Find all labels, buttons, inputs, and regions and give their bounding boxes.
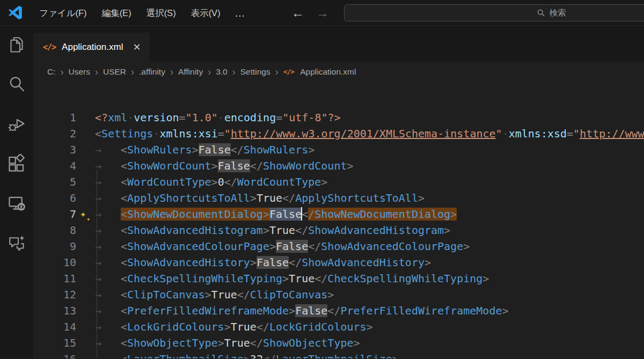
line-number: 3 [33, 142, 76, 158]
menu-item-0[interactable]: ファイル(F) [32, 0, 94, 26]
breadcrumb-item-0[interactable]: C: [47, 67, 56, 77]
code-line-13[interactable]: 13→<PreferFilledWireframeMode>False</Pre… [33, 303, 644, 319]
code-token: xml [108, 111, 127, 124]
tab-strip: </> Application.xml ✕ [33, 26, 644, 62]
code-token: encoding [224, 111, 276, 124]
code-line-10[interactable]: 10→<ShowAdvancedHistory>False</ShowAdvan… [33, 254, 644, 270]
menu-item-1[interactable]: 編集(E) [94, 0, 139, 26]
code-token: "1.0" [186, 111, 218, 124]
vscode-logo-icon [8, 5, 23, 20]
code-line-15[interactable]: 15→<ShowObjectType>True</ShowObjectType> [33, 335, 644, 351]
code-line-7[interactable]: 7✦✦→<ShowNewDocumentDialog>False</ShowNe… [33, 206, 644, 222]
overflow-menu-icon[interactable]: … [228, 0, 252, 26]
tab-close-icon[interactable]: ✕ [133, 41, 141, 53]
line-number: 10 [33, 254, 76, 270]
code-token: > [450, 208, 457, 221]
code-token: </ [224, 175, 237, 188]
breadcrumb-item-1[interactable]: Users [69, 67, 90, 77]
code-line-14[interactable]: 14→<LockGridColours>True</LockGridColour… [33, 319, 644, 335]
code-token: </ [295, 224, 308, 237]
menu-item-2[interactable]: 選択(S) [139, 0, 184, 26]
remote-explorer-icon[interactable] [6, 193, 27, 214]
code-token: > [250, 256, 257, 269]
explorer-icon[interactable] [6, 34, 27, 55]
code-line-16[interactable]: 16→<LayerThumbnailSize>32</LayerThumbnai… [33, 351, 644, 358]
breadcrumb-item-6[interactable]: Settings [240, 67, 270, 77]
xml-file-icon: </> [43, 42, 56, 52]
chat-icon[interactable] [6, 233, 27, 253]
line-number: 11 [33, 270, 76, 287]
code-token: > [502, 304, 508, 317]
breadcrumb-file[interactable]: Application.xml [300, 67, 356, 77]
sparkle-icon[interactable]: ✦ [80, 206, 86, 222]
gutter-decoration [76, 158, 95, 174]
code-token: False [218, 159, 250, 172]
code-token: </ [314, 272, 327, 285]
tab-whitespace-arrow: → [95, 190, 121, 206]
title-bar: ファイル(F)編集(E)選択(S)表示(V)… ← → 検索 [0, 0, 644, 26]
code-token: > [205, 288, 211, 301]
code-token: > [218, 336, 224, 349]
xml-file-icon: </> [283, 68, 294, 76]
code-line-2[interactable]: 2<Settings·xmlns:xsi="http://www.w3.org/… [33, 126, 644, 142]
back-arrow-button[interactable]: ← [291, 6, 304, 19]
line-number: 15 [33, 335, 76, 351]
search-icon[interactable] [6, 74, 27, 94]
code-token: 32 [250, 353, 263, 358]
breadcrumb-separator: › [131, 67, 134, 77]
code-token: ShowAdvancedColourPage [127, 240, 269, 253]
code-token: > [263, 208, 269, 221]
menu-bar: ファイル(F)編集(E)選択(S)表示(V)… [32, 0, 252, 26]
code-token: </ [250, 159, 263, 172]
code-token: ShowObjectType [127, 336, 218, 349]
code-line-4[interactable]: 4→<ShowWordCount>False</ShowWordCount> [33, 158, 644, 174]
menu-item-3[interactable]: 表示(V) [184, 0, 228, 26]
code-content: →<LockGridColours>True</LockGridColours> [95, 319, 373, 335]
code-token: True [257, 192, 282, 204]
code-token: ShowNewDocumentDialog [314, 208, 450, 221]
code-line-5[interactable]: 5→<WordCountType>0</WordCountType> [33, 174, 644, 190]
gutter-decoration [76, 109, 95, 126]
code-token: </ [327, 304, 340, 317]
breadcrumb-separator: › [275, 67, 279, 77]
forward-arrow-button[interactable]: → [316, 6, 329, 19]
line-number: 7 [33, 206, 76, 222]
code-line-11[interactable]: 11→<CheckSpellingWhileTyping>True</Check… [33, 270, 644, 287]
code-token: </ [289, 256, 302, 269]
gutter-decoration: ✦✦ [76, 206, 95, 222]
code-token: > [354, 336, 360, 349]
code-editor[interactable]: 1<?xml·version="1.0"·encoding="utf-8"?>2… [33, 82, 644, 358]
code-token: </ [231, 143, 244, 156]
breadcrumb-item-2[interactable]: USER [103, 67, 126, 77]
code-token: 0 [218, 175, 224, 188]
tab-application-xml[interactable]: </> Application.xml ✕ [33, 33, 150, 62]
code-token: ShowNewDocumentDialog [127, 208, 263, 221]
breadcrumb-separator: › [208, 67, 211, 77]
run-debug-icon[interactable] [6, 114, 27, 134]
code-line-1[interactable]: 1<?xml·version="1.0"·encoding="utf-8"?> [33, 109, 644, 126]
code-lines: 1<?xml·version="1.0"·encoding="utf-8"?>2… [33, 82, 644, 358]
extensions-icon[interactable] [6, 153, 27, 174]
command-center-search[interactable]: 検索 [344, 4, 644, 21]
code-line-6[interactable]: 6→<ApplyShortcutsToAll>True</ApplyShortc… [33, 190, 644, 206]
tab-whitespace-arrow: → [95, 319, 121, 335]
code-content: →<WordCountType>0</WordCountType> [95, 174, 327, 190]
code-token: </ [263, 353, 276, 358]
code-token: = [276, 111, 282, 124]
breadcrumb-item-5[interactable]: 3.0 [216, 67, 228, 77]
breadcrumb-item-4[interactable]: Affinity [178, 67, 203, 77]
code-line-9[interactable]: 9→<ShowAdvancedColourPage>False</ShowAdv… [33, 238, 644, 254]
code-token: True [224, 336, 250, 349]
code-line-12[interactable]: 12→<ClipToCanvas>True</ClipToCanvas> [33, 287, 644, 303]
code-line-3[interactable]: 3→<ShowRulers>False</ShowRulers> [33, 142, 644, 158]
code-content: →<ShowWordCount>False</ShowWordCount> [95, 158, 354, 174]
code-token: ShowWordCount [127, 159, 211, 172]
breadcrumb-item-3[interactable]: .affinity [139, 67, 165, 77]
gutter-decoration [76, 190, 95, 206]
code-token: > [367, 320, 373, 333]
code-token: < [121, 320, 127, 333]
line-number: 9 [33, 238, 76, 254]
code-token: ClipToCanvas [250, 288, 328, 301]
code-line-8[interactable]: 8→<ShowAdvancedHistogram>True</ShowAdvan… [33, 222, 644, 238]
code-token: Settings [101, 127, 153, 140]
